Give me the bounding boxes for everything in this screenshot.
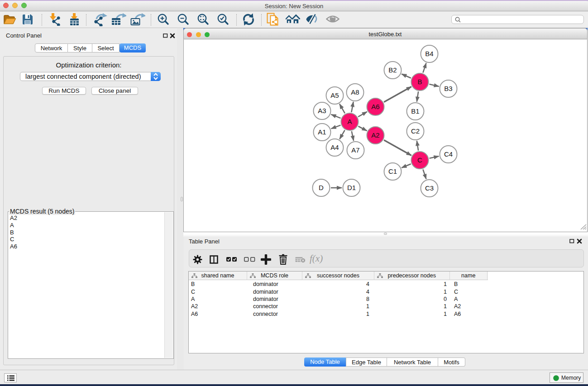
svg-text:C4: C4 — [444, 150, 452, 158]
svg-text:B1: B1 — [411, 107, 419, 115]
svg-text:C3: C3 — [425, 184, 433, 192]
svg-text:A7: A7 — [351, 146, 359, 154]
svg-text:A1: A1 — [318, 128, 326, 136]
svg-text:B3: B3 — [444, 85, 452, 92]
svg-text:A6: A6 — [371, 103, 379, 110]
svg-text:B4: B4 — [425, 50, 433, 57]
svg-text:C1: C1 — [388, 167, 397, 175]
svg-text:D1: D1 — [347, 184, 355, 191]
svg-text:A2: A2 — [371, 131, 379, 139]
svg-text:A: A — [347, 118, 352, 125]
svg-text:C2: C2 — [411, 127, 419, 135]
svg-text:A4: A4 — [330, 143, 339, 151]
svg-text:A5: A5 — [330, 91, 339, 99]
svg-text:C: C — [417, 156, 422, 164]
svg-text:B2: B2 — [388, 66, 397, 74]
svg-text:A3: A3 — [318, 107, 326, 114]
svg-text:A8: A8 — [351, 88, 359, 96]
svg-text:B: B — [417, 78, 422, 86]
svg-text:D: D — [319, 184, 324, 191]
